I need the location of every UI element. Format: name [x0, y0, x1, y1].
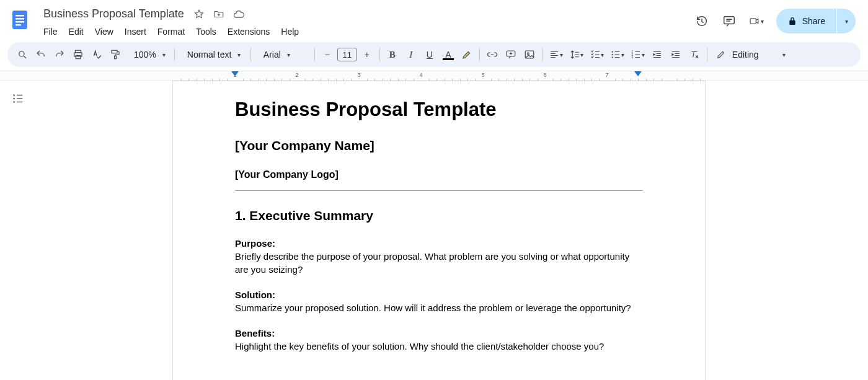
- menu-help[interactable]: Help: [276, 24, 304, 39]
- right-indent-marker[interactable]: [634, 71, 642, 79]
- titlebar: Business Proposal Template File Edit Vie…: [0, 0, 868, 37]
- svg-point-17: [611, 54, 613, 55]
- ruler-number: 6: [543, 72, 546, 78]
- document-title-input[interactable]: Business Proposal Template: [41, 6, 187, 22]
- benefits-label[interactable]: Benefits:: [235, 328, 275, 338]
- toolbar-separator: [314, 48, 315, 61]
- solution-label[interactable]: Solution:: [235, 289, 275, 300]
- line-spacing-button[interactable]: ▾: [567, 46, 586, 63]
- toolbar-separator: [379, 48, 380, 61]
- increase-font-size-button[interactable]: +: [358, 46, 376, 63]
- svg-rect-6: [750, 19, 756, 24]
- highlight-color-button[interactable]: [458, 46, 476, 63]
- paragraph-style-value: Normal text: [184, 50, 236, 60]
- titlebar-right-tools: ▾ Share ▾: [694, 9, 861, 33]
- bold-button[interactable]: B: [384, 46, 401, 63]
- docs-logo[interactable]: [7, 7, 32, 32]
- align-button[interactable]: ▾: [546, 46, 565, 63]
- decrease-font-size-button[interactable]: −: [319, 46, 336, 63]
- svg-point-15: [527, 53, 529, 55]
- cloud-saved-icon[interactable]: [232, 8, 245, 20]
- paint-format-button[interactable]: [107, 46, 124, 63]
- chevron-down-icon: ▾: [845, 18, 848, 25]
- ruler-number: 1: [233, 72, 236, 78]
- menu-file[interactable]: File: [38, 24, 63, 39]
- menubar: File Edit View Insert Format Tools Exten…: [37, 24, 304, 39]
- zoom-value: 100%: [130, 50, 160, 60]
- insert-image-button[interactable]: [521, 46, 538, 63]
- svg-rect-0: [12, 11, 27, 29]
- company-name-placeholder[interactable]: [Your Company Name]: [235, 138, 643, 153]
- underline-button[interactable]: U: [421, 46, 438, 63]
- ruler[interactable]: 1234567: [0, 71, 868, 81]
- share-button-label: Share: [802, 16, 825, 26]
- svg-rect-3: [16, 21, 24, 23]
- increase-indent-button[interactable]: [667, 46, 684, 63]
- clear-formatting-button[interactable]: [686, 46, 703, 63]
- pencil-icon: [716, 50, 726, 60]
- move-folder-icon[interactable]: [213, 8, 225, 20]
- document-canvas[interactable]: Business Proposal Template [Your Company…: [37, 81, 868, 380]
- text-color-button[interactable]: A: [440, 46, 457, 63]
- redo-button[interactable]: [51, 46, 68, 63]
- svg-text:3: 3: [631, 56, 633, 59]
- checklist-button[interactable]: ▾: [587, 46, 606, 63]
- toolbar-separator: [250, 48, 251, 61]
- svg-rect-1: [16, 15, 24, 17]
- bulleted-list-button[interactable]: ▾: [608, 46, 627, 63]
- section-heading[interactable]: 1. Executive Summary: [235, 208, 643, 223]
- menu-insert[interactable]: Insert: [120, 24, 151, 39]
- search-menus-button[interactable]: [14, 46, 31, 63]
- editing-mode-label: Editing: [728, 50, 763, 60]
- svg-point-18: [611, 56, 613, 58]
- solution-body[interactable]: Summarize your proposed solution. How wi…: [235, 303, 631, 313]
- svg-point-24: [13, 101, 15, 103]
- meet-icon[interactable]: ▾: [749, 14, 764, 29]
- toggle-outline-button[interactable]: [0, 81, 37, 380]
- svg-rect-4: [16, 24, 21, 26]
- add-comment-button[interactable]: [502, 46, 520, 63]
- font-family-select[interactable]: Arial ▾: [255, 50, 311, 60]
- share-dropdown-button[interactable]: ▾: [837, 9, 856, 33]
- menu-edit[interactable]: Edit: [64, 24, 89, 39]
- zoom-select[interactable]: 100% ▾: [125, 50, 170, 60]
- history-icon[interactable]: [694, 14, 709, 29]
- editing-mode-select[interactable]: Editing ▾: [711, 50, 790, 60]
- undo-button[interactable]: [32, 46, 50, 63]
- font-size-input[interactable]: 11: [337, 48, 357, 61]
- paragraph-style-select[interactable]: Normal text ▾: [179, 50, 247, 60]
- svg-rect-2: [16, 18, 24, 20]
- company-logo-placeholder[interactable]: [Your Company Logo]: [235, 169, 643, 180]
- benefits-body[interactable]: Highlight the key benefits of your solut…: [235, 341, 604, 351]
- chevron-down-icon: ▾: [287, 51, 290, 58]
- svg-rect-10: [76, 56, 81, 59]
- chevron-down-icon: ▾: [237, 51, 241, 58]
- italic-button[interactable]: I: [402, 46, 420, 63]
- decrease-indent-button[interactable]: [649, 46, 666, 63]
- star-icon[interactable]: [193, 8, 205, 20]
- menu-extensions[interactable]: Extensions: [223, 24, 275, 39]
- chevron-down-icon: ▾: [162, 51, 166, 58]
- numbered-list-button[interactable]: 123▾: [628, 46, 647, 63]
- purpose-body[interactable]: Briefly describe the purpose of your pro…: [235, 251, 629, 275]
- doc-title-heading[interactable]: Business Proposal Template: [235, 99, 643, 121]
- chevron-down-icon: ▾: [782, 51, 786, 58]
- menu-tools[interactable]: Tools: [191, 24, 221, 39]
- svg-point-7: [19, 51, 24, 56]
- menu-format[interactable]: Format: [153, 24, 190, 39]
- ruler-number: 5: [481, 72, 484, 78]
- menu-view[interactable]: View: [90, 24, 118, 39]
- share-button[interactable]: Share: [776, 9, 836, 33]
- comments-icon[interactable]: [722, 14, 737, 29]
- page[interactable]: Business Proposal Template [Your Company…: [172, 81, 706, 380]
- purpose-label[interactable]: Purpose:: [235, 238, 275, 249]
- toolbar-separator: [479, 48, 480, 61]
- title-area: Business Proposal Template File Edit Vie…: [37, 5, 304, 39]
- svg-point-23: [13, 98, 15, 100]
- insert-link-button[interactable]: [484, 46, 501, 63]
- toolbar-separator: [707, 48, 707, 61]
- spellcheck-button[interactable]: [88, 46, 105, 63]
- horizontal-rule: [235, 190, 643, 191]
- ruler-number: 2: [295, 72, 298, 78]
- print-button[interactable]: [69, 46, 87, 63]
